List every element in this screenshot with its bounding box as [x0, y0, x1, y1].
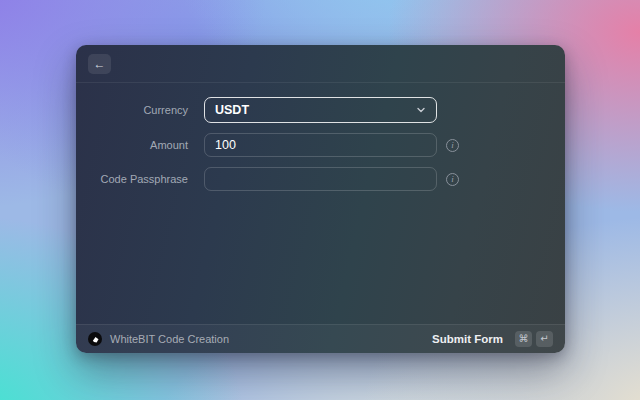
amount-input[interactable]: 100 — [204, 133, 437, 157]
currency-dropdown[interactable]: USDT — [204, 97, 437, 123]
back-button[interactable]: ← — [88, 54, 111, 74]
app-window: ← Currency USDT Amount 100 i Code Passph… — [76, 45, 565, 353]
footer-bar: WhiteBIT Code Creation Submit Form ⌘ ↵ — [76, 324, 565, 353]
form: Currency USDT Amount 100 i Code Passphra… — [76, 83, 565, 191]
passphrase-info-icon[interactable]: i — [446, 173, 459, 186]
amount-value: 100 — [215, 138, 236, 152]
footer-actions: Submit Form ⌘ ↵ — [432, 331, 553, 347]
passphrase-label: Code Passphrase — [76, 173, 188, 185]
window-header: ← — [76, 45, 565, 83]
whitebit-logo-icon — [88, 332, 102, 346]
command-key-icon: ⌘ — [515, 331, 532, 347]
desktop-background: { "window": { "header": { "back_label": … — [0, 0, 640, 400]
enter-key-icon: ↵ — [536, 331, 553, 347]
passphrase-input[interactable] — [204, 167, 437, 191]
app-title: WhiteBIT Code Creation — [110, 333, 229, 345]
submit-form-button[interactable]: Submit Form — [432, 333, 503, 345]
form-row-currency: Currency USDT — [76, 97, 565, 123]
back-arrow-icon: ← — [94, 58, 106, 70]
amount-label: Amount — [76, 139, 188, 151]
form-row-amount: Amount 100 i — [76, 133, 565, 157]
amount-info-icon[interactable]: i — [446, 139, 459, 152]
form-row-passphrase: Code Passphrase i — [76, 167, 565, 191]
currency-value: USDT — [215, 103, 249, 117]
currency-label: Currency — [76, 104, 188, 116]
chevron-down-icon — [416, 105, 426, 115]
